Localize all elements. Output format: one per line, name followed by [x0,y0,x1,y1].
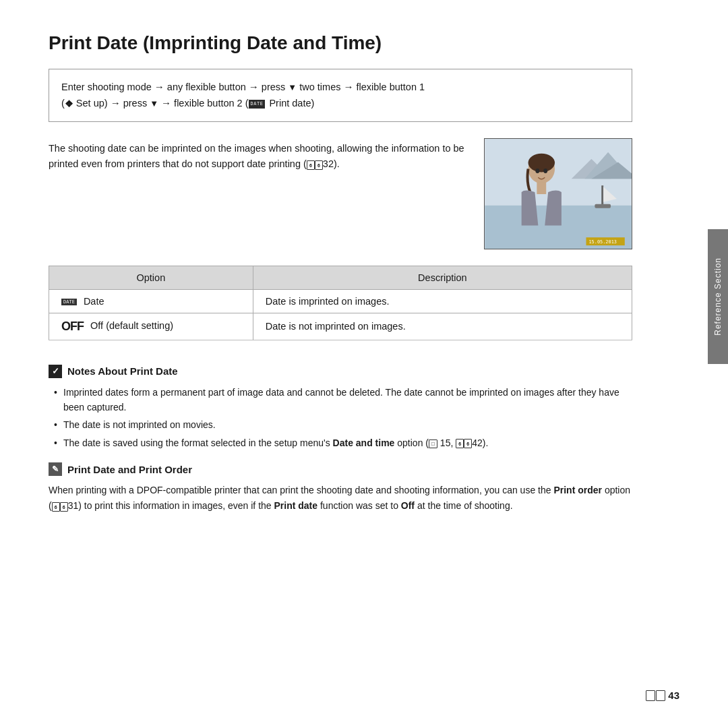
notes-bullet-2: The date is not imprinted on movies. [51,417,632,432]
page-num-text: 43 [668,690,679,701]
option-2-label: Off (default setting) [90,320,173,331]
print-order-body: When printing with a DPOF-compatible pri… [49,483,632,514]
instruction-line1: Enter shooting mode → any flexible butto… [61,79,619,95]
svg-point-11 [535,169,539,173]
table-cell-option-2: OFF Off (default setting) [49,313,253,340]
table-header-option: Option [49,266,253,289]
instruction-line2: (❖ Set up) → press ▼ → flexible button 2… [61,95,619,111]
content-area: The shooting date can be imprinted on th… [49,138,632,249]
description-text: The shooting date can be imprinted on th… [49,138,468,249]
book-icon-2 [656,690,665,701]
book-icons [646,690,665,701]
notes-header: ✓ Notes About Print Date [49,365,632,378]
reference-sidebar: Reference Section [708,229,728,364]
svg-point-9 [528,153,555,172]
date-icon: DATE [61,299,77,305]
page-content: Print Date (Imprinting Date and Time) En… [0,0,681,558]
notes-section: ✓ Notes About Print Date Imprinted dates… [49,365,632,451]
pencil-icon: ✎ [49,462,62,476]
camera-illustration: 15.05.2013 [484,138,632,249]
svg-rect-5 [601,185,603,206]
notes-list: Imprinted dates form a permanent part of… [49,385,632,451]
table-row: DATE Date Date is imprinted on images. [49,289,632,313]
option-1-label: Date [84,296,104,307]
camera-image-area: 15.05.2013 [484,138,632,249]
page-title: Print Date (Imprinting Date and Time) [49,32,632,54]
print-order-header: ✎ Print Date and Print Order [49,462,632,476]
options-table: Option Description DATE Date Date is imp… [49,266,632,340]
table-cell-desc-1: Date is imprinted on images. [253,289,632,313]
book-icon-1 [646,690,655,701]
page-number: 43 [646,690,679,701]
sidebar-label: Reference Section [713,257,723,336]
notes-bullet-3: The date is saved using the format selec… [51,435,632,450]
table-row: OFF Off (default setting) Date is not im… [49,313,632,340]
table-cell-option-1: DATE Date [49,289,253,313]
svg-point-12 [543,169,547,173]
print-order-section: ✎ Print Date and Print Order When printi… [49,462,632,514]
svg-rect-7 [595,204,611,208]
instruction-box: Enter shooting mode → any flexible butto… [49,69,632,122]
table-cell-desc-2: Date is not imprinted on images. [253,313,632,340]
notes-bullet-1: Imprinted dates form a permanent part of… [51,385,632,415]
svg-text:15.05.2013: 15.05.2013 [588,239,617,245]
table-header-description: Description [253,266,632,289]
notes-title: Notes About Print Date [67,365,178,377]
off-icon: OFF [61,320,84,334]
checkmark-icon: ✓ [49,365,62,378]
print-order-title: Print Date and Print Order [67,464,192,475]
svg-rect-10 [537,182,546,194]
